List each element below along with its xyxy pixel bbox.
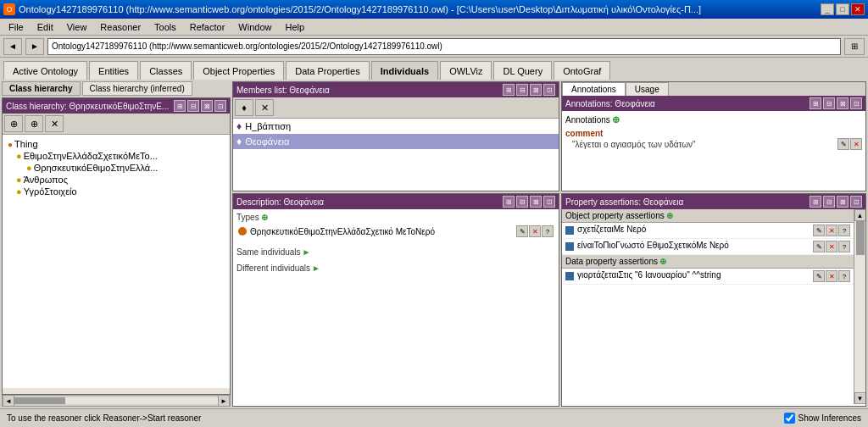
add-member-btn[interactable]: ♦ xyxy=(235,99,253,116)
tab-data-properties[interactable]: Data Properties xyxy=(286,61,369,80)
data-prop-1-del[interactable]: ✕ xyxy=(826,270,837,282)
tree-item-anthropos[interactable]: ● Άνθρωπος xyxy=(6,174,226,186)
tab-annotations[interactable]: Annotations xyxy=(562,82,626,96)
menu-help[interactable]: Help xyxy=(280,20,309,34)
del-class-btn[interactable]: ✕ xyxy=(45,115,64,132)
scroll-left[interactable]: ◄ xyxy=(3,395,14,407)
panel-icon-2[interactable]: ⊟ xyxy=(187,100,199,112)
menu-file[interactable]: File xyxy=(3,20,29,34)
status-message: To use the reasoner click Reasoner->Star… xyxy=(7,413,201,423)
menu-reasoner[interactable]: Reasoner xyxy=(95,20,146,34)
maximize-button[interactable]: □ xyxy=(836,3,849,15)
tab-ontograf[interactable]: OntoGraf xyxy=(554,61,610,80)
type-item-thrisk: ΘρησκευτικόΕθιμοΣτηνΕλλάδαΣχετικό ΜεΤοΝε… xyxy=(236,224,555,239)
add-diff-btn[interactable]: ► xyxy=(312,263,320,273)
ann-icon-2[interactable]: ⊟ xyxy=(823,97,835,109)
ann-icon-1[interactable]: ⊞ xyxy=(810,97,821,109)
tab-usage[interactable]: Usage xyxy=(626,82,669,96)
members-icon-4[interactable]: ⊡ xyxy=(543,84,555,96)
desc-icon-3[interactable]: ⊠ xyxy=(530,196,542,208)
members-icon-2[interactable]: ⊟ xyxy=(516,84,528,96)
vertical-scrollbar[interactable]: ▲ ▼ xyxy=(854,209,865,404)
annotations-title: Annotations: Θεοφάνεια xyxy=(565,99,655,108)
add-data-prop-btn[interactable]: ⊕ xyxy=(659,257,666,266)
obj-prop-2-info[interactable]: ? xyxy=(838,241,850,252)
tab-dl-query[interactable]: DL Query xyxy=(493,61,552,80)
forward-button[interactable]: ► xyxy=(25,38,44,55)
prop-icon-2[interactable]: ⊟ xyxy=(823,196,835,208)
members-icon-3[interactable]: ⊠ xyxy=(530,84,542,96)
minimize-button[interactable]: _ xyxy=(821,3,834,15)
tab-owlviz[interactable]: OWLViz xyxy=(440,61,492,80)
tab-entities[interactable]: Entities xyxy=(89,61,138,80)
panel-icon-1[interactable]: ⊞ xyxy=(174,100,186,112)
add-sub-btn[interactable]: ⊕ xyxy=(25,115,43,132)
scroll-right[interactable]: ► xyxy=(218,395,230,407)
address-input[interactable] xyxy=(47,38,841,55)
status-bar: To use the reasoner click Reasoner->Star… xyxy=(0,408,868,427)
add-class-btn[interactable]: ⊕ xyxy=(4,115,23,132)
ann-icon-4[interactable]: ⊡ xyxy=(850,97,862,109)
prop-icon-3[interactable]: ⊠ xyxy=(837,196,849,208)
type-bullet xyxy=(238,227,247,236)
type-edit-btn[interactable]: ✎ xyxy=(516,225,528,237)
members-icon-1[interactable]: ⊞ xyxy=(503,84,515,96)
menu-view[interactable]: View xyxy=(62,20,92,34)
obj-prop-1-info[interactable]: ? xyxy=(838,225,850,236)
address-bar: ◄ ► ⊞ xyxy=(0,36,868,58)
scroll-thumb[interactable] xyxy=(14,397,65,404)
tree-item-thrisk[interactable]: ● ΘρησκευτικόΕθιμοΣτηνΕλλά... xyxy=(6,162,226,174)
tab-object-properties[interactable]: Object Properties xyxy=(193,61,284,80)
data-prop-1-info[interactable]: ? xyxy=(838,270,850,282)
ann-icon-3[interactable]: ⊠ xyxy=(837,97,849,109)
del-member-btn[interactable]: ✕ xyxy=(255,99,274,116)
anthropos-label: Άνθρωπος xyxy=(24,175,68,185)
menu-tools[interactable]: Tools xyxy=(149,20,181,34)
add-obj-prop-btn[interactable]: ⊕ xyxy=(666,211,673,220)
tree-item-thing[interactable]: ● Thing xyxy=(6,138,226,150)
scroll-up[interactable]: ▲ xyxy=(854,209,866,221)
panel-icon-4[interactable]: ⊡ xyxy=(214,100,226,112)
desc-icon-4[interactable]: ⊡ xyxy=(543,196,555,208)
tab-classes[interactable]: Classes xyxy=(140,61,192,80)
tree-item-ethimo[interactable]: ● ΕθιμοΣτηνΕλλάδαΣχετικόΜεΤο... xyxy=(6,150,226,162)
tab-active-ontology[interactable]: Active Ontology xyxy=(3,61,87,80)
add-same-btn[interactable]: ► xyxy=(303,247,311,257)
menu-refactor[interactable]: Refactor xyxy=(185,20,231,34)
obj-prop-1-edit[interactable]: ✎ xyxy=(813,225,825,236)
menu-window[interactable]: Window xyxy=(233,20,276,34)
obj-prop-2-del[interactable]: ✕ xyxy=(826,241,837,252)
add-annotation-btn[interactable]: ⊕ xyxy=(612,114,620,125)
tree-item-ygro[interactable]: ● ΥγρόΣτοιχείο xyxy=(6,186,226,197)
obj-prop-1-del[interactable]: ✕ xyxy=(826,225,837,236)
ann-edit-btn[interactable]: ✎ xyxy=(837,138,849,150)
scroll-down[interactable]: ▼ xyxy=(854,392,866,404)
hier-tab-class[interactable]: Class hierarchy xyxy=(2,81,81,96)
obj-prop-2-edit[interactable]: ✎ xyxy=(813,241,825,252)
close-button[interactable]: ✕ xyxy=(851,3,865,15)
diamond-icon-2: ♦ xyxy=(236,136,242,147)
data-prop-label: Data property assertions xyxy=(565,257,658,266)
member-theofaneia[interactable]: ♦ Θεοφάνεια xyxy=(233,134,559,149)
menu-edit[interactable]: Edit xyxy=(32,20,58,34)
type-del-btn[interactable]: ✕ xyxy=(529,225,541,237)
data-prop-1-edit[interactable]: ✎ xyxy=(813,270,825,282)
annotations-label: Annotations xyxy=(565,115,610,125)
tab-individuals[interactable]: Individuals xyxy=(371,61,438,80)
back-button[interactable]: ◄ xyxy=(3,38,22,55)
hier-tab-inferred[interactable]: Class hierarchy (inferred) xyxy=(82,81,192,96)
add-type-btn[interactable]: ⊕ xyxy=(261,213,268,222)
desc-icon-2[interactable]: ⊟ xyxy=(516,196,528,208)
type-info-btn[interactable]: ? xyxy=(542,225,554,237)
panel-icon-3[interactable]: ⊠ xyxy=(201,100,213,112)
prop-icon-1[interactable]: ⊞ xyxy=(810,196,821,208)
scroll-thumb[interactable] xyxy=(856,221,865,255)
prop-icon-4[interactable]: ⊡ xyxy=(850,196,862,208)
prop-box-2 xyxy=(565,242,574,251)
ann-del-btn[interactable]: ✕ xyxy=(850,138,862,150)
member-baptisi[interactable]: ♦ Η_βάπτιση xyxy=(233,119,559,134)
go-button[interactable]: ⊞ xyxy=(844,38,865,55)
show-inferences-checkbox[interactable] xyxy=(784,413,795,424)
horizontal-scrollbar[interactable]: ◄ ► xyxy=(2,395,231,407)
desc-icon-1[interactable]: ⊞ xyxy=(503,196,515,208)
